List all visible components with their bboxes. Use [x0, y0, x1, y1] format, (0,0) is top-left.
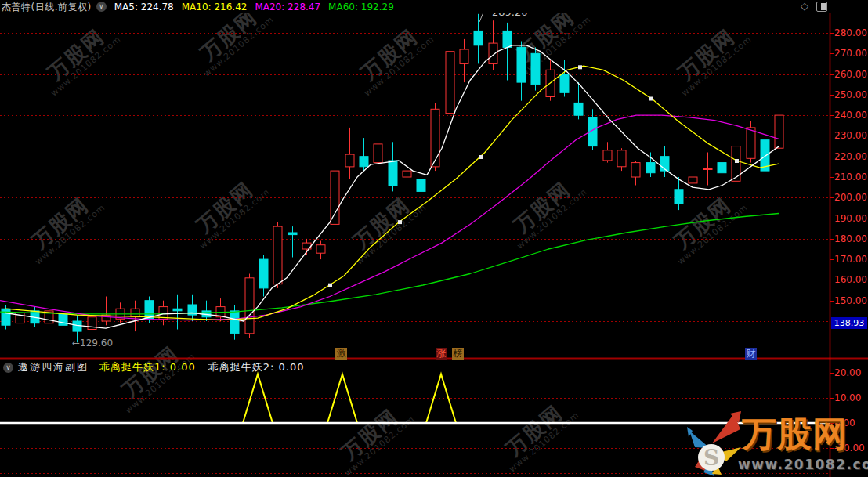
sub-indicator-2: 乖离捉牛妖2: 0.00: [208, 360, 305, 374]
price-axis-label: 170.00: [834, 254, 868, 265]
price-axis-label: 180.00: [834, 233, 868, 244]
price-axis-label: 190.00: [834, 213, 868, 224]
price-axis-label: 270.00: [834, 48, 868, 59]
low-price-annotation: ←129.60: [72, 338, 113, 349]
sub-chart-title: 遨游四海副图: [18, 360, 89, 374]
logo-brand-text: 万股网: [742, 415, 848, 453]
watermark-badge-char: 榜: [452, 348, 464, 360]
site-logo: S 万股网 www.201082.com: [685, 409, 868, 477]
price-axis-label: 250.00: [834, 89, 868, 100]
price-axis-label: 160.00: [834, 274, 868, 285]
stock-title: 杰普特(日线.前复权): [2, 1, 92, 13]
kite-logo-icon: S: [685, 409, 742, 477]
stock-chart-window: 万股网www.201082.com万股网www.201082.com万股网www…: [0, 0, 868, 477]
watermark-badge-char: 涨: [436, 348, 447, 360]
title-bar: 杰普特(日线.前复权) ∨ MA5: 224.78 MA10: 216.42 M…: [0, 0, 868, 13]
ma10-value: MA10: 216.42: [182, 1, 248, 13]
ma60-value: MA60: 192.29: [328, 1, 394, 13]
watermark-badge-char: 财: [745, 348, 757, 360]
svg-text:S: S: [703, 445, 719, 471]
ma20-value: MA20: 228.47: [255, 1, 320, 13]
chevron-down-circle-icon[interactable]: ∨: [3, 363, 13, 373]
sub-axis-label: 20.00: [834, 367, 868, 378]
chevron-down-circle-icon[interactable]: ∨: [96, 2, 107, 12]
sub-chart-header: ∨ 遨游四海副图 乖离捉牛妖1: 0.00 乖离捉牛妖2: 0.00: [0, 360, 830, 375]
price-axis-label: 220.00: [834, 151, 868, 162]
panel-layout-icon[interactable]: [816, 2, 827, 12]
sub-indicator-1: 乖离捉牛妖1: 0.00: [99, 360, 196, 374]
watermark-badge-char: 激: [335, 348, 347, 360]
price-axis-label: 150.00: [834, 295, 868, 306]
ma5-value: MA5: 224.78: [114, 1, 174, 13]
price-axis-label: 230.00: [834, 130, 868, 141]
price-axis-label: 260.00: [834, 69, 868, 80]
price-axis-label: 240.00: [834, 110, 868, 121]
price-axis-label: 200.00: [834, 192, 868, 203]
logo-url-text: www.201082.com: [738, 457, 868, 472]
diamond-icon[interactable]: ◇: [801, 0, 808, 12]
sub-axis-label: 10.00: [834, 392, 868, 403]
chart-plot-area[interactable]: [0, 0, 868, 477]
price-axis-label: 280.00: [834, 27, 868, 38]
panel-layout-icon-pane: [821, 3, 826, 10]
price-axis-label: 210.00: [834, 172, 868, 182]
last-price-badge: 138.93: [831, 317, 867, 329]
